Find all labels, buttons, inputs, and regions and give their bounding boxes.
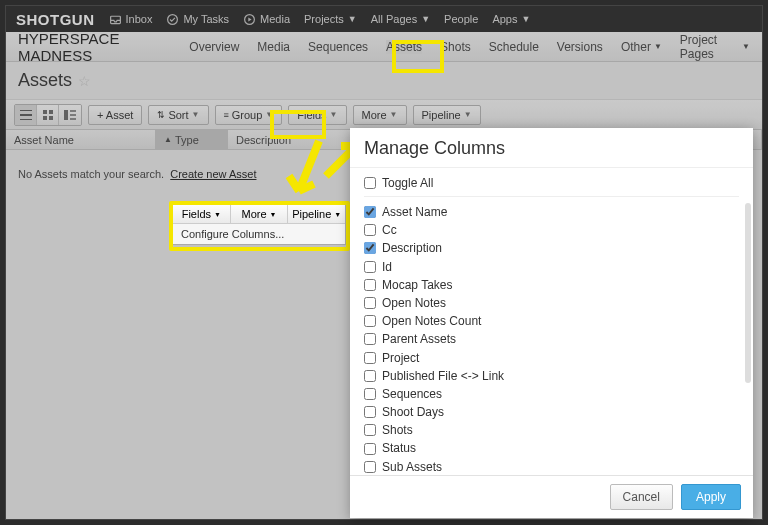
option-row[interactable]: Project [364, 349, 739, 367]
option-checkbox[interactable] [364, 261, 376, 273]
option-checkbox[interactable] [364, 333, 376, 345]
option-row[interactable]: Sequences [364, 385, 739, 403]
panel-body: Toggle All Asset NameCcDescriptionIdMoca… [350, 167, 753, 475]
option-label: Published File <-> Link [382, 368, 504, 384]
option-label: Description [382, 240, 442, 256]
option-label: Open Notes Count [382, 313, 481, 329]
option-checkbox[interactable] [364, 443, 376, 455]
fields-submenu: Fields ▼ More ▼ Pipeline ▼ Configure Col… [172, 204, 346, 245]
chevron-down-icon: ▼ [214, 211, 221, 218]
option-label: Asset Name [382, 204, 447, 220]
panel-title: Manage Columns [350, 128, 753, 167]
option-label: Parent Assets [382, 331, 456, 347]
submenu-more[interactable]: More ▼ [231, 205, 289, 223]
scrollbar[interactable] [745, 203, 751, 383]
option-row[interactable]: Status [364, 439, 739, 457]
option-label: Sequences [382, 386, 442, 402]
option-row[interactable]: Description [364, 239, 739, 257]
submenu-fields-label: Fields [182, 208, 211, 220]
panel-footer: Cancel Apply [350, 475, 753, 518]
option-label: Id [382, 259, 392, 275]
submenu-pipeline-label: Pipeline [292, 208, 331, 220]
apply-button[interactable]: Apply [681, 484, 741, 510]
option-row[interactable]: Shoot Days [364, 403, 739, 421]
option-row[interactable]: Shots [364, 421, 739, 439]
option-checkbox[interactable] [364, 206, 376, 218]
option-row[interactable]: Id [364, 258, 739, 276]
option-label: Mocap Takes [382, 277, 452, 293]
option-label: Cc [382, 222, 397, 238]
option-label: Shoot Days [382, 404, 444, 420]
option-row[interactable]: Open Notes Count [364, 312, 739, 330]
option-row[interactable]: Asset Name [364, 203, 739, 221]
option-row[interactable]: Parent Assets [364, 330, 739, 348]
option-checkbox[interactable] [364, 242, 376, 254]
submenu-more-label: More [242, 208, 267, 220]
option-row[interactable]: Open Notes [364, 294, 739, 312]
option-label: Project [382, 350, 419, 366]
submenu-row: Fields ▼ More ▼ Pipeline ▼ [173, 205, 345, 224]
toggle-all-checkbox[interactable] [364, 177, 376, 189]
option-label: Status [382, 440, 416, 456]
option-label: Open Notes [382, 295, 446, 311]
submenu-pipeline[interactable]: Pipeline ▼ [288, 205, 345, 223]
cancel-button[interactable]: Cancel [610, 484, 673, 510]
option-checkbox[interactable] [364, 406, 376, 418]
option-checkbox[interactable] [364, 388, 376, 400]
option-checkbox[interactable] [364, 370, 376, 382]
manage-columns-panel: Manage Columns Toggle All Asset NameCcDe… [350, 128, 753, 518]
option-row[interactable]: Published File <-> Link [364, 367, 739, 385]
chevron-down-icon: ▼ [270, 211, 277, 218]
option-checkbox[interactable] [364, 352, 376, 364]
option-row[interactable]: Mocap Takes [364, 276, 739, 294]
option-checkbox[interactable] [364, 461, 376, 473]
submenu-configure[interactable]: Configure Columns... [173, 224, 345, 244]
option-checkbox[interactable] [364, 424, 376, 436]
option-row[interactable]: Sub Assets [364, 458, 739, 475]
option-checkbox[interactable] [364, 279, 376, 291]
toggle-all-label: Toggle All [382, 176, 433, 190]
option-label: Shots [382, 422, 413, 438]
submenu-fields[interactable]: Fields ▼ [173, 205, 231, 223]
option-label: Sub Assets [382, 459, 442, 475]
option-checkbox[interactable] [364, 224, 376, 236]
option-checkbox[interactable] [364, 315, 376, 327]
option-row[interactable]: Cc [364, 221, 739, 239]
chevron-down-icon: ▼ [334, 211, 341, 218]
options-list: Asset NameCcDescriptionIdMocap TakesOpen… [364, 203, 739, 475]
app-frame: SHOTGUN Inbox My Tasks Media Projects▼ A… [5, 5, 763, 520]
option-checkbox[interactable] [364, 297, 376, 309]
toggle-all-row[interactable]: Toggle All [364, 168, 739, 197]
